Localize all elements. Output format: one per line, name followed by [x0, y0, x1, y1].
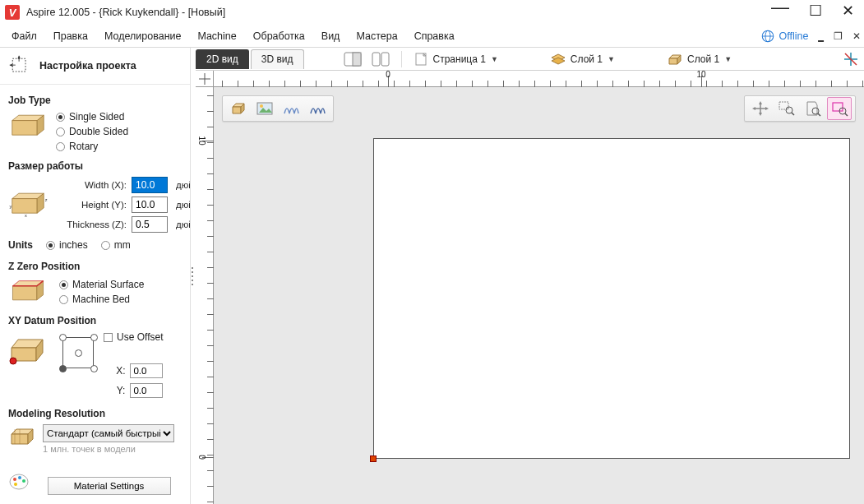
material-settings-button[interactable]: Material Settings	[48, 477, 171, 495]
close-button[interactable]: ✕	[842, 3, 854, 21]
material-outline[interactable]	[373, 138, 850, 459]
svg-marker-60	[752, 107, 755, 110]
toolpath-b-icon[interactable]	[305, 97, 330, 120]
page-icon	[414, 52, 430, 67]
width-unit: дюйм	[176, 180, 190, 190]
units-title: Units	[8, 239, 33, 251]
width-label: Width (X):	[62, 180, 127, 190]
zoom-fit-icon[interactable]	[801, 97, 825, 120]
menu-file[interactable]: Файл	[3, 27, 45, 45]
toolpath-a-icon[interactable]	[279, 97, 303, 120]
menu-view[interactable]: Вид	[313, 27, 349, 45]
doc-name: [Новый]	[188, 7, 226, 18]
svg-marker-61	[765, 107, 769, 110]
radio-double-sided[interactable]: Double Sided	[56, 126, 128, 137]
height-label: Height (Y):	[62, 200, 127, 210]
resolution-select[interactable]: Стандарт (самый быстрый)	[43, 424, 174, 442]
layout-split-icon[interactable]	[367, 50, 395, 68]
resolution-icon	[8, 424, 36, 449]
datum-slab-icon	[8, 331, 44, 374]
mdi-restore[interactable]: ❐	[834, 30, 843, 42]
thickness-label: Thickness (Z):	[62, 220, 127, 229]
svg-text:x: x	[25, 213, 27, 218]
svg-point-32	[22, 479, 25, 483]
svg-point-55	[260, 104, 263, 108]
menu-model[interactable]: Моделирование	[96, 27, 190, 45]
svg-marker-12	[12, 198, 37, 213]
svg-text:z: z	[45, 197, 48, 201]
snap-toggle-icon[interactable]	[838, 49, 864, 69]
view-tabbar: 2D вид 3D вид Страница 1▼ Слой 1▼ Слой 1…	[196, 48, 864, 71]
radio-single-sided[interactable]: Single Sided	[56, 111, 128, 123]
datum-picker[interactable]	[51, 331, 97, 377]
titlebar: V Aspire 12.005 - {Rick Kuykendall} - [Н…	[0, 0, 864, 25]
svg-point-65	[812, 108, 819, 114]
x-offset-input[interactable]	[130, 363, 163, 378]
zzero-icon	[8, 277, 48, 305]
radio-mm[interactable]: mm	[101, 239, 131, 251]
height-unit: дюйм	[176, 200, 190, 210]
svg-point-31	[18, 476, 21, 479]
globe-icon	[760, 29, 775, 44]
canvas[interactable]	[217, 90, 861, 501]
page-dropdown[interactable]: Страница 1▼	[409, 50, 503, 68]
ruler-origin[interactable]	[196, 71, 214, 87]
vertical-ruler[interactable]: 100	[196, 87, 214, 504]
svg-line-66	[818, 113, 820, 116]
project-setup-panel: Настройка проекта Job Type Single Sided …	[0, 48, 191, 504]
offline-status[interactable]: Offline	[760, 29, 808, 44]
radio-inches[interactable]: inches	[46, 239, 88, 251]
layer-b-dropdown[interactable]: Слой 1▼	[661, 50, 737, 68]
svg-rect-37	[381, 53, 389, 66]
user-name: {Rick Kuykendall}	[99, 7, 178, 18]
zoom-window-icon[interactable]	[774, 97, 799, 120]
svg-marker-18	[12, 286, 36, 300]
panel-title: Настройка проекта	[39, 60, 136, 72]
origin-handle[interactable]	[370, 455, 377, 462]
thickness-input[interactable]	[132, 216, 168, 233]
menu-process[interactable]: Обработка	[245, 27, 313, 45]
layer-a-dropdown[interactable]: Слой 1▼	[544, 50, 620, 68]
svg-rect-36	[372, 53, 380, 66]
menu-gadgets[interactable]: Мастера	[348, 27, 405, 45]
svg-marker-59	[759, 113, 762, 116]
svg-point-63	[786, 107, 792, 113]
width-input[interactable]	[132, 177, 168, 193]
svg-text:y: y	[10, 203, 12, 208]
svg-marker-7	[17, 56, 21, 59]
svg-rect-35	[353, 53, 361, 66]
radio-material-surface[interactable]: Material Surface	[59, 279, 144, 290]
menubar: Файл Правка Моделирование Machine Обрабо…	[0, 25, 864, 48]
horizontal-ruler[interactable]: 010	[214, 71, 864, 87]
view-toolbar-left	[222, 95, 334, 122]
zoom-selection-icon[interactable]	[827, 97, 852, 120]
radio-rotary[interactable]: Rotary	[56, 141, 128, 152]
tab-3d-view[interactable]: 3D вид	[251, 49, 304, 69]
setup-icon	[8, 54, 31, 77]
3d-preview-icon[interactable]	[226, 97, 251, 120]
menu-edit[interactable]: Правка	[45, 27, 96, 45]
x-offset-label: X:	[116, 365, 125, 377]
minimize-button[interactable]: —	[771, 0, 789, 16]
palette-icon	[8, 473, 30, 491]
xydatum-title: XY Datum Position	[8, 315, 182, 326]
maximize-button[interactable]: ☐	[809, 3, 822, 21]
svg-line-69	[845, 113, 848, 116]
svg-point-33	[14, 483, 17, 486]
layerbox-icon	[666, 52, 684, 67]
mdi-close[interactable]: ✕	[852, 30, 861, 42]
height-input[interactable]	[132, 197, 168, 213]
radio-machine-bed[interactable]: Machine Bed	[59, 294, 144, 305]
y-offset-input[interactable]	[130, 383, 163, 398]
pan-icon[interactable]	[748, 97, 773, 120]
layout-single-icon[interactable]	[339, 50, 367, 68]
menu-help[interactable]: Справка	[406, 27, 463, 45]
mdi-minimize[interactable]: ‗	[818, 30, 824, 42]
svg-marker-58	[759, 101, 762, 104]
image-icon[interactable]	[252, 97, 277, 120]
svg-marker-9	[12, 121, 37, 136]
jobtype-cube-icon	[8, 111, 48, 141]
tab-2d-view[interactable]: 2D вид	[196, 49, 249, 69]
checkbox-use-offset[interactable]: Use Offset	[104, 331, 163, 343]
menu-machine[interactable]: Machine	[190, 27, 245, 45]
